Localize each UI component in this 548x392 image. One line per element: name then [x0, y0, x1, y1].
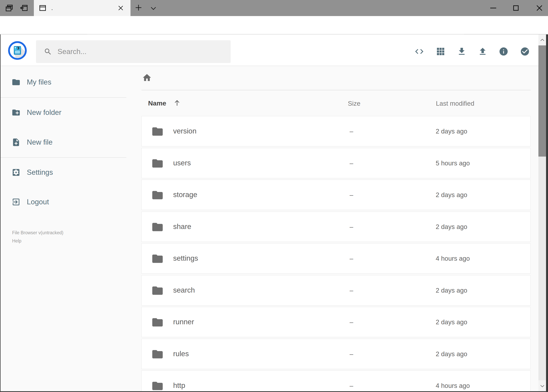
file-name: share	[173, 223, 191, 231]
scrollbar-down-icon[interactable]	[538, 380, 546, 391]
file-modified: 4 hours ago	[436, 255, 470, 262]
search-box[interactable]	[36, 40, 231, 63]
file-row[interactable]: share – 2 days ago	[141, 211, 531, 242]
file-row[interactable]: version – 2 days ago	[141, 116, 531, 146]
folder-icon	[151, 189, 164, 201]
tab-title: .	[51, 5, 53, 11]
window-border-bottom	[0, 391, 548, 392]
file-modified: 2 days ago	[436, 223, 467, 231]
sidebar-item-label: My files	[27, 78, 51, 86]
file-row[interactable]: settings – 4 hours ago	[141, 243, 531, 273]
search-icon	[44, 48, 52, 56]
file-row[interactable]: users – 5 hours ago	[141, 148, 531, 178]
file-name: http	[173, 381, 185, 390]
file-size: –	[350, 191, 353, 199]
file-row[interactable]: storage – 2 days ago	[141, 180, 531, 210]
file-modified: 5 hours ago	[436, 160, 470, 167]
file-modified: 2 days ago	[436, 350, 467, 358]
tab-preview-icon[interactable]	[5, 3, 14, 13]
file-row[interactable]: runner – 2 days ago	[141, 307, 531, 337]
file-row[interactable]: rules – 2 days ago	[141, 339, 531, 369]
code-icon[interactable]	[414, 47, 424, 56]
file-size: –	[350, 255, 353, 262]
file-modified: 2 days ago	[436, 128, 467, 135]
file-name: search	[173, 286, 195, 294]
new-file-icon	[12, 138, 21, 147]
file-name: settings	[173, 254, 198, 262]
file-modified: 2 days ago	[436, 191, 467, 199]
sidebar-item-label: New folder	[27, 108, 62, 117]
breadcrumb-divider	[141, 90, 531, 91]
window-border-left	[0, 35, 0, 392]
sidebar-item-label: Settings	[27, 168, 53, 176]
folder-icon	[151, 316, 164, 329]
folder-icon	[151, 348, 164, 360]
file-name: version	[173, 127, 196, 135]
app-version: File Browser v(untracked)	[12, 229, 63, 237]
sort-ascending-icon[interactable]	[173, 99, 181, 107]
file-row[interactable]: http – 4 hours ago	[141, 371, 531, 392]
file-size: –	[350, 318, 353, 326]
sidebar-item-settings[interactable]: Settings	[12, 168, 53, 177]
file-modified: 2 days ago	[436, 287, 467, 294]
help-link[interactable]: Help	[12, 237, 63, 245]
folder-icon	[151, 125, 164, 138]
file-size: –	[350, 160, 353, 167]
file-row[interactable]: search – 2 days ago	[141, 275, 531, 306]
file-name: users	[173, 159, 191, 167]
file-modified: 2 days ago	[436, 318, 467, 326]
file-name: runner	[173, 318, 194, 326]
sidebar-item-new-file[interactable]: New file	[12, 138, 53, 147]
file-modified: 4 hours ago	[436, 382, 470, 389]
folder-icon	[151, 284, 164, 297]
window-border-right	[546, 35, 548, 392]
close-button[interactable]	[534, 3, 544, 13]
download-icon[interactable]	[457, 47, 467, 56]
column-header-modified[interactable]: Last modified	[436, 100, 474, 107]
sidebar-item-logout[interactable]: Logout	[12, 197, 49, 207]
logout-icon	[12, 197, 21, 206]
sidebar-item-label: Logout	[27, 198, 49, 206]
filebrowser-logo[interactable]	[8, 41, 27, 60]
scrollbar-up-icon[interactable]	[538, 35, 546, 45]
sidebar-item-my-files[interactable]: My files	[12, 77, 51, 87]
info-icon[interactable]	[499, 47, 508, 56]
column-header-name[interactable]: Name	[148, 99, 166, 107]
folder-icon	[151, 252, 164, 265]
grid-view-icon[interactable]	[436, 47, 445, 56]
column-header-size[interactable]: Size	[348, 100, 360, 107]
folder-icon	[151, 221, 164, 233]
sidebar-item-new-folder[interactable]: New folder	[12, 108, 62, 117]
sidebar-footer: File Browser v(untracked) Help	[12, 229, 63, 245]
check-circle-icon[interactable]	[520, 47, 530, 56]
settings-icon	[12, 168, 21, 177]
maximize-button[interactable]	[511, 3, 521, 13]
file-name: storage	[173, 191, 197, 199]
browser-toolbar: filebrowser.web/files/	[0, 16, 548, 35]
sidebar-divider	[0, 97, 126, 98]
breadcrumb-home-icon[interactable]	[142, 73, 152, 83]
file-size: –	[350, 287, 353, 294]
folder-icon	[12, 78, 21, 87]
new-folder-icon	[12, 108, 21, 117]
file-size: –	[350, 223, 353, 231]
scrollbar-thumb[interactable]	[538, 45, 546, 157]
file-size: –	[350, 350, 353, 358]
set-tabs-aside-icon[interactable]	[19, 3, 28, 13]
sidebar-divider	[0, 157, 126, 158]
search-input[interactable]	[57, 48, 231, 56]
folder-icon	[151, 380, 164, 392]
file-size: –	[350, 128, 353, 135]
browser-tab[interactable]: .	[34, 0, 131, 16]
new-tab-icon[interactable]	[134, 3, 144, 13]
file-size: –	[350, 382, 353, 389]
minimize-button[interactable]	[488, 3, 498, 13]
browser-titlebar: .	[0, 0, 548, 16]
file-name: rules	[173, 350, 189, 358]
tab-list-chevron-icon[interactable]	[149, 4, 159, 14]
sidebar-item-label: New file	[27, 138, 53, 146]
tab-close-icon[interactable]	[117, 5, 124, 12]
upload-icon[interactable]	[478, 47, 487, 56]
folder-icon	[151, 157, 164, 170]
tab-page-icon	[38, 4, 47, 12]
